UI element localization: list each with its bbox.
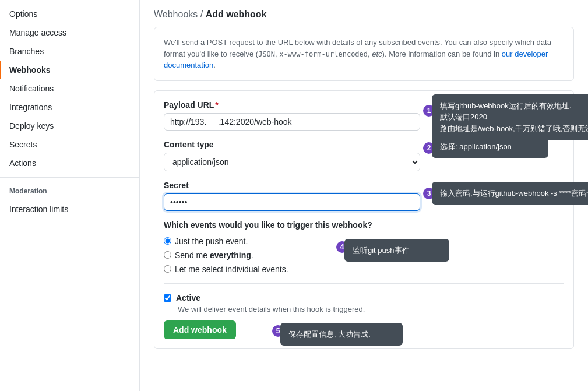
info-end: .: [213, 61, 216, 69]
tooltip-4: 监听git push事件: [344, 239, 449, 262]
sidebar-item-options[interactable]: Options: [0, 5, 139, 23]
radio-individual[interactable]: [164, 265, 171, 273]
submit-row: Add webhook 5 保存配置信息, 大功告成.: [164, 320, 236, 339]
tooltip-1: 填写github-webhook运行后的有效地址. 默认端口2020 路由地址是…: [432, 94, 588, 140]
tooltip-2: 选择: application/json: [432, 135, 548, 158]
sidebar-item-branches[interactable]: Branches: [0, 42, 139, 61]
radio-push-label: Just the push event.: [175, 237, 248, 246]
info-box: We'll send a POST request to the URL bel…: [154, 27, 574, 81]
sidebar-item-webhooks[interactable]: Webhooks: [0, 61, 139, 79]
payload-url-input[interactable]: [164, 113, 420, 131]
breadcrumb-parent[interactable]: Webhooks: [154, 9, 198, 19]
required-star: *: [215, 100, 218, 110]
breadcrumb: Webhooks / Add webhook: [154, 9, 574, 20]
sidebar-item-interaction-limits[interactable]: Interaction limits: [0, 200, 139, 219]
info-code-json: JSON: [258, 50, 275, 58]
sidebar-item-integrations[interactable]: Integrations: [0, 98, 139, 117]
tooltip-5: 保存配置信息, 大功告成.: [280, 323, 403, 346]
breadcrumb-separator: /: [200, 9, 206, 19]
radio-everything[interactable]: [164, 251, 171, 259]
secret-group: Secret 3 输入密码,与运行github-webhook -s ****密…: [164, 181, 564, 211]
breadcrumb-current: Add webhook: [206, 9, 267, 19]
info-code-etc: etc: [372, 50, 382, 58]
sidebar-item-deploy-keys[interactable]: Deploy keys: [0, 117, 139, 135]
radio-individual-group: Let me select individual events.: [164, 265, 564, 274]
active-label: Active: [176, 293, 200, 302]
active-checkbox[interactable]: [164, 294, 171, 302]
tooltip-3: 输入密码,与运行github-webhook -s ****密码一致哦.: [432, 182, 588, 205]
content-type-group: Content type application/json 2 选择: appl…: [164, 140, 564, 171]
events-title: Which events would you like to trigger t…: [164, 220, 564, 230]
payload-url-group: Payload URL* 1 填写github-webhook运行后的有效地址.…: [164, 100, 564, 131]
sidebar: Options Manage access Branches Webhooks …: [0, 0, 140, 391]
form-section: Payload URL* 1 填写github-webhook运行后的有效地址.…: [154, 90, 574, 349]
sidebar-divider: [0, 177, 139, 178]
radio-individual-label: Let me select individual events.: [175, 265, 288, 274]
add-webhook-button[interactable]: Add webhook: [164, 320, 236, 339]
radio-everything-label: Send me everything.: [175, 251, 253, 260]
moderation-header: Moderation: [0, 182, 139, 200]
radio-push-group: Just the push event. 4 监听git push事件: [164, 237, 564, 246]
main-content: Webhooks / Add webhook We'll send a POST…: [140, 0, 588, 391]
active-checkbox-group: Active: [164, 293, 564, 302]
secret-input[interactable]: [164, 193, 420, 211]
radio-push[interactable]: [164, 237, 171, 245]
active-desc: We will deliver event details when this …: [178, 305, 564, 313]
sidebar-item-notifications[interactable]: Notifications: [0, 79, 139, 98]
sidebar-item-actions[interactable]: Actions: [0, 154, 139, 172]
events-section: Which events would you like to trigger t…: [164, 220, 564, 274]
sidebar-item-secrets[interactable]: Secrets: [0, 135, 139, 154]
active-section: Active We will deliver event details whe…: [164, 283, 564, 339]
info-code-form: x-www-form-urlencoded: [279, 50, 368, 58]
sidebar-item-manage-access[interactable]: Manage access: [0, 23, 139, 42]
content-type-select[interactable]: application/json: [164, 153, 420, 171]
